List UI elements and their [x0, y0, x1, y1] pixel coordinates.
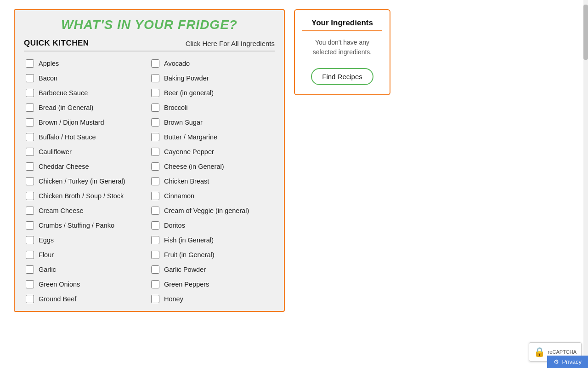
label-crumbs-stuffing: Crumbs / Stuffing / Panko [39, 222, 114, 229]
all-ingredients-link[interactable]: Click Here For All Ingredients [186, 40, 275, 47]
ingredient-row[interactable]: Beer (in general) [149, 86, 275, 100]
checkbox-buffalo-hot[interactable] [26, 133, 34, 141]
ingredient-row[interactable]: Eggs [24, 233, 149, 247]
checkbox-brown-sugar[interactable] [151, 118, 159, 126]
checkbox-beer[interactable] [151, 89, 159, 97]
checkbox-green-onions[interactable] [26, 280, 34, 288]
your-ingredients-divider [302, 30, 382, 31]
ingredient-row[interactable]: Apples [24, 56, 149, 71]
checkbox-fruit-general[interactable] [151, 251, 159, 259]
checkbox-chicken-broth[interactable] [26, 192, 34, 200]
checkbox-baking-powder[interactable] [151, 74, 159, 82]
checkbox-bacon[interactable] [26, 74, 34, 82]
label-bread: Bread (in General) [39, 104, 93, 111]
label-cauliflower: Cauliflower [39, 148, 72, 155]
label-garlic: Garlic [39, 266, 56, 273]
checkbox-crumbs-stuffing[interactable] [26, 221, 34, 230]
ingredient-row[interactable]: Green Peppers [149, 277, 275, 292]
checkbox-brown-dijon[interactable] [26, 118, 34, 126]
ingredient-row[interactable]: Garlic Powder [149, 262, 275, 277]
ingredient-row[interactable]: Cream of Veggie (in general) [149, 203, 275, 218]
ingredient-row[interactable]: Cauliflower [24, 144, 149, 159]
scroll-thumb[interactable] [583, 5, 588, 60]
ingredient-row[interactable]: Butter / Margarine [149, 130, 275, 144]
ingredient-row[interactable]: Cinnamon [149, 189, 275, 203]
your-ingredients-panel: Your Ingredients You don't have any sele… [294, 9, 390, 95]
ingredient-row[interactable]: Brown Sugar [149, 115, 275, 130]
label-eggs: Eggs [39, 236, 54, 244]
ingredient-row[interactable]: Cheddar Cheese [24, 159, 149, 174]
ingredient-row[interactable]: Green Onions [24, 277, 149, 292]
ingredient-row[interactable]: Buffalo / Hot Sauce [24, 130, 149, 144]
label-garlic-powder: Garlic Powder [164, 266, 206, 273]
header-divider [24, 51, 275, 52]
ingredient-row[interactable]: Chicken Broth / Soup / Stock [24, 189, 149, 203]
checkbox-honey[interactable] [151, 295, 159, 303]
checkbox-cream-veggie[interactable] [151, 207, 159, 215]
ingredient-row[interactable]: Doritos [149, 218, 275, 233]
checkbox-cheese-general[interactable] [151, 162, 159, 171]
label-avocado: Avocado [164, 60, 190, 67]
checkbox-doritos[interactable] [151, 221, 159, 230]
ingredient-row[interactable]: Cheese (in General) [149, 159, 275, 174]
checkbox-cayenne-pepper[interactable] [151, 148, 159, 156]
checkbox-barbecue-sauce[interactable] [26, 89, 34, 97]
checkbox-cinnamon[interactable] [151, 192, 159, 200]
label-green-onions: Green Onions [39, 281, 80, 288]
ingredient-row[interactable]: Cayenne Pepper [149, 144, 275, 159]
ingredient-row[interactable]: Chicken Breast [149, 174, 275, 189]
checkbox-garlic[interactable] [26, 265, 34, 274]
label-buffalo-hot: Buffalo / Hot Sauce [39, 133, 96, 141]
no-ingredients-text: You don't have any selected ingredients. [302, 38, 382, 57]
checkbox-eggs[interactable] [26, 236, 34, 244]
checkbox-fish-general[interactable] [151, 236, 159, 244]
checkbox-avocado[interactable] [151, 59, 159, 68]
ingredient-row[interactable]: Bread (in General) [24, 100, 149, 115]
ingredient-row[interactable]: Crumbs / Stuffing / Panko [24, 218, 149, 233]
ingredient-row[interactable]: Avocado [149, 56, 275, 71]
label-doritos: Doritos [164, 222, 185, 229]
label-beer: Beer (in general) [164, 89, 214, 97]
ingredient-row[interactable]: Ground Beef [24, 292, 149, 306]
checkbox-cheddar-cheese[interactable] [26, 162, 34, 171]
label-bacon: Bacon [39, 75, 57, 82]
label-apples: Apples [39, 60, 59, 67]
ingredient-row[interactable]: Fish (in General) [149, 233, 275, 247]
ingredient-row[interactable]: Cream Cheese [24, 203, 149, 218]
ingredient-row[interactable]: Brown / Dijon Mustard [24, 115, 149, 130]
checkbox-chicken-breast[interactable] [151, 177, 159, 185]
checkbox-chicken-turkey[interactable] [26, 177, 34, 185]
label-cream-cheese: Cream Cheese [39, 207, 84, 214]
checkbox-cream-cheese[interactable] [26, 207, 34, 215]
label-cinnamon: Cinnamon [164, 192, 194, 200]
ingredient-row[interactable]: Flour [24, 247, 149, 262]
ingredient-row[interactable]: Bacon [24, 71, 149, 86]
label-chicken-broth: Chicken Broth / Soup / Stock [39, 192, 124, 200]
checkbox-apples[interactable] [26, 59, 34, 68]
find-recipes-button[interactable]: Find Recipes [311, 68, 373, 85]
scrollbar[interactable] [583, 0, 588, 321]
ingredient-row[interactable]: Baking Powder [149, 71, 275, 86]
checkbox-garlic-powder[interactable] [151, 265, 159, 274]
ingredient-grid: ApplesAvocadoBaconBaking PowderBarbecue … [24, 56, 275, 306]
label-fish-general: Fish (in General) [164, 236, 214, 244]
ingredient-row[interactable]: Honey [149, 292, 275, 306]
ingredients-panel: WHAT'S IN YOUR FRIDGE? QUICK KITCHEN Cli… [14, 9, 285, 312]
label-cayenne-pepper: Cayenne Pepper [164, 148, 214, 155]
ingredient-row[interactable]: Fruit (in General) [149, 247, 275, 262]
panel-header: QUICK KITCHEN Click Here For All Ingredi… [24, 39, 275, 48]
ingredient-row[interactable]: Chicken / Turkey (in General) [24, 174, 149, 189]
checkbox-green-peppers[interactable] [151, 280, 159, 288]
ingredient-row[interactable]: Garlic [24, 262, 149, 277]
label-flour: Flour [39, 251, 54, 259]
checkbox-butter-margarine[interactable] [151, 133, 159, 141]
checkbox-flour[interactable] [26, 251, 34, 259]
checkbox-cauliflower[interactable] [26, 148, 34, 156]
ingredient-row[interactable]: Broccoli [149, 100, 275, 115]
checkbox-bread[interactable] [26, 104, 34, 112]
checkbox-ground-beef[interactable] [26, 295, 34, 303]
label-chicken-turkey: Chicken / Turkey (in General) [39, 178, 125, 185]
checkbox-broccoli[interactable] [151, 104, 159, 112]
label-cheese-general: Cheese (in General) [164, 163, 224, 170]
ingredient-row[interactable]: Barbecue Sauce [24, 86, 149, 100]
